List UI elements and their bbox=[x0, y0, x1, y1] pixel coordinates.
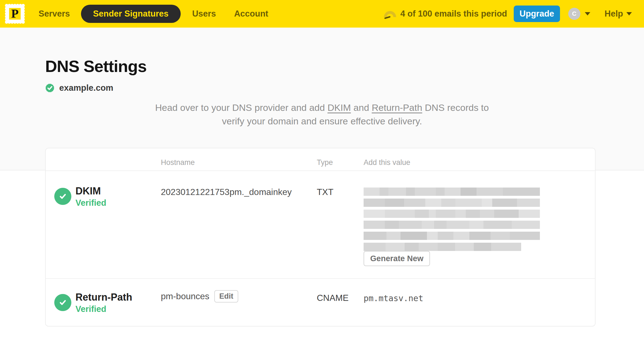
dns-settings-page: P Servers Sender Signatures Users Accoun… bbox=[0, 0, 644, 337]
description-text: Head over to your DNS provider and add bbox=[155, 102, 328, 113]
nav-item-servers[interactable]: Servers bbox=[39, 9, 70, 19]
page-description: Head over to your DNS provider and add D… bbox=[143, 101, 501, 128]
table-header-divider bbox=[46, 170, 595, 171]
chevron-down-icon bbox=[585, 12, 590, 15]
usage-gauge-icon bbox=[384, 8, 396, 19]
verified-check-icon bbox=[54, 188, 71, 205]
return-path-record-type: CNAME bbox=[317, 293, 349, 303]
return-path-hostname: pm-bounces bbox=[161, 291, 209, 301]
nav-item-sender-signatures[interactable]: Sender Signatures bbox=[81, 5, 181, 23]
return-path-link[interactable]: Return-Path bbox=[372, 102, 422, 113]
return-path-value: pm.mtasv.net bbox=[364, 293, 423, 303]
help-menu[interactable]: Help bbox=[605, 9, 632, 19]
domain-row: example.com bbox=[44, 82, 113, 94]
page-title: DNS Settings bbox=[45, 57, 147, 76]
column-header-add-this-value: Add this value bbox=[364, 158, 410, 167]
redacted-value-bar bbox=[364, 210, 540, 218]
nav-item-account[interactable]: Account bbox=[234, 9, 268, 19]
redacted-value-bar bbox=[364, 188, 540, 196]
redacted-value-bar bbox=[364, 221, 540, 229]
column-header-hostname: Hostname bbox=[161, 158, 195, 167]
help-label: Help bbox=[605, 9, 623, 19]
record-name-return-path: Return-Path bbox=[75, 291, 132, 303]
status-badge: Verified bbox=[75, 198, 106, 208]
top-navbar: P Servers Sender Signatures Users Accoun… bbox=[0, 0, 644, 28]
table-row-divider bbox=[46, 278, 595, 279]
redacted-value-bar bbox=[364, 199, 540, 207]
svg-text:P: P bbox=[11, 7, 19, 20]
avatar[interactable]: C bbox=[568, 8, 580, 20]
postmark-stamp-icon: P bbox=[4, 3, 26, 25]
upgrade-button[interactable]: Upgrade bbox=[514, 6, 560, 22]
dkim-record-type: TXT bbox=[317, 187, 333, 197]
primary-nav: Servers Sender Signatures Users Account bbox=[26, 5, 268, 23]
nav-item-users[interactable]: Users bbox=[192, 9, 216, 19]
navbar-right-group: 4 of 100 emails this period Upgrade C He… bbox=[384, 6, 632, 22]
usage-counter: 4 of 100 emails this period bbox=[400, 9, 507, 19]
verified-seal-icon bbox=[44, 82, 56, 94]
account-menu[interactable]: C bbox=[568, 8, 590, 20]
verified-check-icon bbox=[54, 294, 71, 311]
return-path-hostname-cell: pm-bounces Edit bbox=[161, 290, 238, 303]
chevron-down-icon bbox=[626, 12, 632, 15]
dkim-link[interactable]: DKIM bbox=[328, 102, 351, 113]
generate-new-button[interactable]: Generate New bbox=[364, 251, 430, 266]
dkim-hostname: 20230121221753pm._domainkey bbox=[161, 187, 292, 197]
dns-records-card: Hostname Type Add this value DKIM Verifi… bbox=[45, 148, 596, 327]
edit-button[interactable]: Edit bbox=[214, 290, 238, 303]
description-text: and bbox=[351, 102, 372, 113]
column-header-type: Type bbox=[317, 158, 333, 167]
record-name-dkim: DKIM bbox=[75, 185, 101, 197]
postmark-logo[interactable]: P bbox=[4, 3, 26, 25]
dkim-redacted-value bbox=[364, 188, 540, 254]
redacted-value-bar bbox=[364, 232, 540, 240]
status-badge: Verified bbox=[75, 304, 106, 314]
redacted-value-bar bbox=[364, 243, 521, 251]
domain-name: example.com bbox=[59, 83, 113, 93]
